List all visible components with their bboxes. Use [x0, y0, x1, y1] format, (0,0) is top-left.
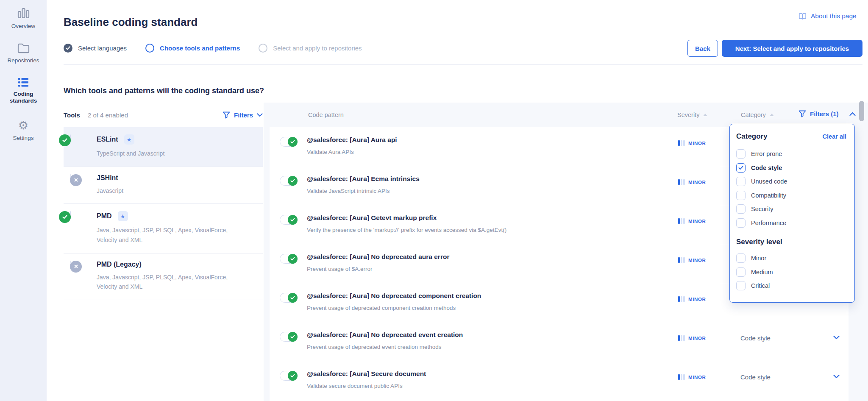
filter-option-minor[interactable]: Minor: [736, 251, 846, 265]
checkbox-unchecked[interactable]: [736, 177, 746, 186]
tool-name: PMD: [97, 212, 112, 220]
tool-toggle-pmd[interactable]: [70, 211, 71, 219]
severity-bars-icon: [678, 296, 685, 302]
pattern-toggle[interactable]: [280, 332, 298, 342]
severity-badge: MINOR: [678, 179, 706, 185]
step-select-and-apply[interactable]: Select and apply to repositories: [259, 44, 362, 53]
filter-option-critical[interactable]: Critical: [736, 279, 846, 293]
pattern-toggle[interactable]: [280, 371, 298, 381]
chevron-up-icon[interactable]: [849, 112, 856, 116]
bar-chart-icon: [0, 8, 47, 19]
toggle-check-icon: [288, 371, 298, 381]
filter-option-security[interactable]: Security: [736, 202, 846, 216]
sidebar-item-label: Settings: [13, 135, 34, 141]
filter-option-code-style[interactable]: Code style: [736, 161, 846, 175]
back-button[interactable]: Back: [687, 40, 718, 57]
sidebar-item-coding-standards[interactable]: Coding standards: [0, 78, 47, 104]
gear-icon: ⚙: [0, 120, 47, 131]
pattern-toggle[interactable]: [280, 215, 298, 225]
tools-header: Tools 2 of 4 enabled Filters: [64, 103, 263, 127]
checkbox-unchecked[interactable]: [736, 204, 746, 214]
tool-row-pmd[interactable]: PMD ★ Java, Javascript, JSP, PLSQL, Apex…: [64, 204, 263, 253]
sidebar-item-overview[interactable]: Overview: [0, 8, 47, 30]
checkbox-unchecked[interactable]: [736, 281, 746, 290]
tools-filters-button[interactable]: Filters: [223, 111, 263, 119]
question-heading: Which tools and patterns will the coding…: [64, 86, 264, 95]
pattern-toggle[interactable]: [280, 176, 298, 186]
toggle-check-icon: [59, 211, 71, 223]
sidebar-item-settings[interactable]: ⚙ Settings: [0, 120, 47, 142]
checkbox-unchecked[interactable]: [736, 267, 746, 277]
severity-bars-icon: [678, 335, 685, 341]
about-this-page-link[interactable]: About this page: [798, 12, 857, 20]
toggle-x-icon: [70, 261, 82, 273]
step-choose-tools-and-patterns[interactable]: Choose tools and patterns: [145, 44, 240, 53]
tool-name: ESLint: [97, 136, 118, 143]
tool-languages: Java, Javascript, JSP, PLSQL, Apex, Visu…: [97, 273, 246, 292]
header-divider: [64, 64, 862, 65]
checkbox-unchecked[interactable]: [736, 191, 746, 200]
pattern-title: @salesforce: [Aura] No deprecated event …: [307, 331, 463, 339]
tool-toggle-pmd-legacy[interactable]: [70, 261, 71, 269]
toggle-check-icon: [288, 332, 298, 342]
tool-name: JSHint: [97, 174, 118, 182]
filter-category-title: Category: [736, 132, 768, 141]
chevron-down-icon[interactable]: [833, 374, 840, 379]
pattern-description: Validate JavaScript intrinsic APIs: [307, 188, 390, 194]
pattern-title: @salesforce: [Aura] No deprecated aura e…: [307, 253, 449, 261]
pattern-title: @salesforce: [Aura] Aura api: [307, 136, 397, 144]
tool-row-eslint[interactable]: ESLint ★ TypeScript and Javascript: [64, 127, 263, 167]
clear-all-button[interactable]: Clear all: [823, 133, 846, 140]
pattern-toggle[interactable]: [280, 254, 298, 264]
column-header-code-pattern[interactable]: Code pattern: [308, 111, 344, 118]
filter-option-unused-code[interactable]: Unused code: [736, 175, 846, 189]
vertical-scrollbar-thumb[interactable]: [859, 101, 864, 121]
filter-option-medium[interactable]: Medium: [736, 265, 846, 279]
severity-badge: MINOR: [678, 257, 706, 263]
stepper: Select languages Choose tools and patter…: [64, 44, 362, 53]
toggle-check-icon: [288, 293, 298, 303]
pattern-description: Validate secure document public APIs: [307, 383, 403, 389]
sidebar-item-repositories[interactable]: Repositories: [0, 42, 47, 64]
next-button[interactable]: Next: Select and apply to repositories: [722, 40, 862, 57]
filter-option-performance[interactable]: Performance: [736, 216, 846, 230]
pattern-description: Validate Aura APIs: [307, 149, 354, 155]
column-header-category[interactable]: Category: [741, 111, 774, 118]
toggle-check-icon: [288, 254, 298, 264]
checkbox-checked[interactable]: [736, 163, 746, 173]
pattern-toggle[interactable]: [280, 137, 298, 147]
column-header-severity[interactable]: Severity: [677, 111, 707, 118]
filter-option-error-prone[interactable]: Error prone: [736, 147, 846, 161]
patterns-filters-button[interactable]: Filters (1): [798, 110, 839, 117]
step-active-circle-icon: [145, 44, 154, 53]
pattern-row: @salesforce: [Aura] No deprecated event …: [270, 322, 849, 361]
pattern-title: @salesforce: [Aura] No deprecated compon…: [307, 292, 481, 300]
tools-title: Tools: [64, 111, 80, 119]
filter-option-compatibility[interactable]: Compatibility: [736, 189, 846, 203]
severity-bars-icon: [678, 179, 685, 185]
sidebar-item-label: Repositories: [7, 57, 39, 64]
chevron-down-icon: [257, 113, 263, 117]
severity-bars-icon: [678, 218, 685, 224]
page-title: Baseline coding standard: [64, 16, 198, 29]
tool-row-jshint[interactable]: JSHint Javascript: [64, 167, 263, 204]
toggle-check-icon: [288, 176, 298, 186]
tool-toggle-jshint[interactable]: [70, 174, 71, 182]
tool-row-pmd-legacy[interactable]: PMD (Legacy) Java, Javascript, JSP, PLSQ…: [64, 253, 263, 300]
sidebar: Overview Repositories Coding standards ⚙…: [0, 0, 47, 401]
chevron-down-icon[interactable]: [833, 335, 840, 340]
checkbox-unchecked[interactable]: [736, 218, 746, 228]
toggle-check-icon: [288, 137, 298, 147]
checkbox-unchecked[interactable]: [736, 253, 746, 263]
checkbox-unchecked[interactable]: [736, 149, 746, 159]
pattern-description: Verify the presence of the 'markup://' p…: [307, 227, 506, 233]
pattern-toggle[interactable]: [280, 293, 298, 303]
tool-languages: TypeScript and Javascript: [97, 149, 246, 159]
tool-toggle-eslint[interactable]: [70, 134, 71, 142]
severity-bars-icon: [678, 140, 685, 146]
severity-badge: MINOR: [678, 374, 706, 380]
sort-asc-icon: [703, 114, 707, 116]
folder-icon: [0, 42, 47, 53]
step-select-languages[interactable]: Select languages: [64, 44, 127, 53]
severity-badge: MINOR: [678, 140, 706, 146]
